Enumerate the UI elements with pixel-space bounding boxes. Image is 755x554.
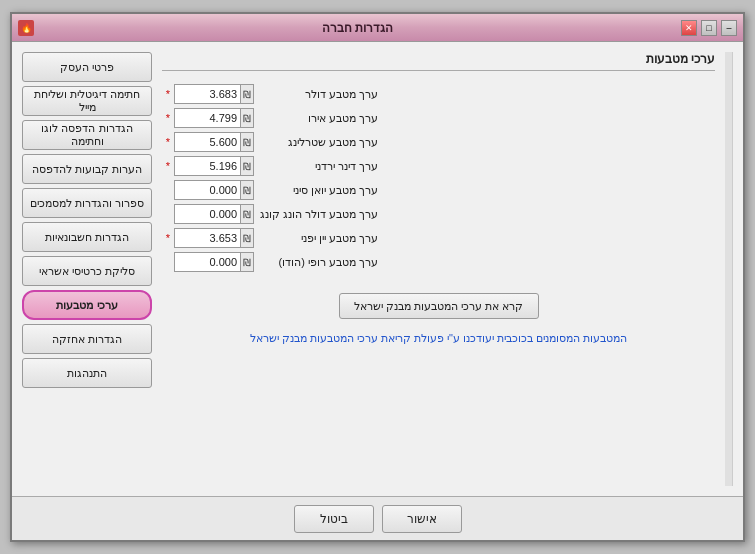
currency-label-hkd: ערך מטבע דולר הונג קונג: [258, 208, 378, 221]
currency-symbol-inr: ₪: [240, 253, 253, 271]
sidebar-item-backup[interactable]: הגדרות אחזקה: [22, 324, 152, 354]
currency-label-jpy: ערך מטבע יין יפני: [258, 232, 378, 245]
currency-label-usd: ערך מטבע דולר: [258, 88, 378, 101]
currency-input-gbp[interactable]: ₪ 5.600: [174, 132, 254, 152]
currency-value-usd: 3.683: [175, 88, 240, 100]
currency-symbol-gbp: ₪: [240, 133, 253, 151]
table-row: ערך מטבע שטרלינג ₪ 5.600 *: [162, 131, 715, 153]
currency-input-jod[interactable]: ₪ 5.196: [174, 156, 254, 176]
currency-symbol-jod: ₪: [240, 157, 253, 175]
close-button[interactable]: ✕: [681, 20, 697, 36]
asterisk-usd: *: [162, 88, 170, 100]
currency-symbol-cny: ₪: [240, 181, 253, 199]
sidebar-item-print-presets[interactable]: הערות קבועות להדפסה: [22, 154, 152, 184]
main-window: – □ ✕ הגדרות חברה 🔥 ערכי מטבעות ערך מטבע…: [10, 12, 745, 542]
currency-value-cny: 0.000: [175, 184, 240, 196]
window-body: ערכי מטבעות ערך מטבע דולר ₪ 3.683 * ערך …: [12, 42, 743, 496]
table-row: ערך מטבע אירו ₪ 4.799 *: [162, 107, 715, 129]
currency-value-euro: 4.799: [175, 112, 240, 124]
table-row: ערך מטבע רופי (הודו) ₪ 0.000 *: [162, 251, 715, 273]
table-row: ערך מטבע דולר הונג קונג ₪ 0.000 *: [162, 203, 715, 225]
title-bar: – □ ✕ הגדרות חברה 🔥: [12, 14, 743, 42]
main-content: ערכי מטבעות ערך מטבע דולר ₪ 3.683 * ערך …: [162, 52, 715, 486]
footer: אישור ביטול: [12, 496, 743, 540]
table-row: ערך מטבע יואן סיני ₪ 0.000 *: [162, 179, 715, 201]
table-row: ערך מטבע יין יפני ₪ 3.653 *: [162, 227, 715, 249]
currency-input-hkd[interactable]: ₪ 0.000: [174, 204, 254, 224]
ok-button[interactable]: אישור: [382, 505, 462, 533]
maximize-button[interactable]: □: [701, 20, 717, 36]
currency-input-jpy[interactable]: ₪ 3.653: [174, 228, 254, 248]
currency-label-inr: ערך מטבע רופי (הודו): [258, 256, 378, 269]
sidebar-item-documents[interactable]: ספרור והגדרות למסמכים: [22, 188, 152, 218]
fetch-rates-button[interactable]: קרא את ערכי המטבעות מבנק ישראל: [339, 293, 539, 319]
asterisk-jod: *: [162, 160, 170, 172]
section-header: ערכי מטבעות: [162, 52, 715, 71]
currency-label-jod: ערך דינר ירדני: [258, 160, 378, 173]
currency-symbol-hkd: ₪: [240, 205, 253, 223]
currency-value-gbp: 5.600: [175, 136, 240, 148]
currency-symbol-euro: ₪: [240, 109, 253, 127]
sidebar-item-israeli-credit[interactable]: סליקת כרטיסי אשראי: [22, 256, 152, 286]
currency-input-euro[interactable]: ₪ 4.799: [174, 108, 254, 128]
cancel-button[interactable]: ביטול: [294, 505, 374, 533]
currency-input-usd[interactable]: ₪ 3.683: [174, 84, 254, 104]
currency-input-cny[interactable]: ₪ 0.000: [174, 180, 254, 200]
sidebar-item-currency-rates[interactable]: ערכי מטבעות: [22, 290, 152, 320]
table-row: ערך דינר ירדני ₪ 5.196 *: [162, 155, 715, 177]
currency-value-jod: 5.196: [175, 160, 240, 172]
currency-value-jpy: 3.653: [175, 232, 240, 244]
sidebar-item-company-details[interactable]: פרטי העסק: [22, 52, 152, 82]
currency-input-inr[interactable]: ₪ 0.000: [174, 252, 254, 272]
currency-table: ערך מטבע דולר ₪ 3.683 * ערך מטבע אירו ₪ …: [162, 83, 715, 273]
currency-label-euro: ערך מטבע אירו: [258, 112, 378, 125]
currency-symbol-usd: ₪: [240, 85, 253, 103]
sidebar: פרטי העסק חתימה דיגיטלית ושליחת מייל הגד…: [22, 52, 152, 486]
app-icon: 🔥: [18, 20, 34, 36]
info-text: המטבעות המסומנים בכוכבית יעודכנו ע"י פעו…: [162, 331, 715, 346]
sidebar-item-behavior[interactable]: התנהגות: [22, 358, 152, 388]
currency-value-hkd: 0.000: [175, 208, 240, 220]
table-row: ערך מטבע דולר ₪ 3.683 *: [162, 83, 715, 105]
currency-label-cny: ערך מטבע יואן סיני: [258, 184, 378, 197]
asterisk-gbp: *: [162, 136, 170, 148]
currency-value-inr: 0.000: [175, 256, 240, 268]
asterisk-euro: *: [162, 112, 170, 124]
sidebar-item-digital-signature[interactable]: חתימה דיגיטלית ושליחת מייל: [22, 86, 152, 116]
currency-label-gbp: ערך מטבע שטרלינג: [258, 136, 378, 149]
asterisk-jpy: *: [162, 232, 170, 244]
currency-symbol-jpy: ₪: [240, 229, 253, 247]
minimize-button[interactable]: –: [721, 20, 737, 36]
resize-handle[interactable]: [725, 52, 733, 486]
window-title: הגדרות חברה: [322, 21, 393, 35]
sidebar-item-accounting[interactable]: הגדרות חשבונאיות: [22, 222, 152, 252]
sidebar-item-print-settings[interactable]: הגדרות הדפסה לוגו וחתימה: [22, 120, 152, 150]
